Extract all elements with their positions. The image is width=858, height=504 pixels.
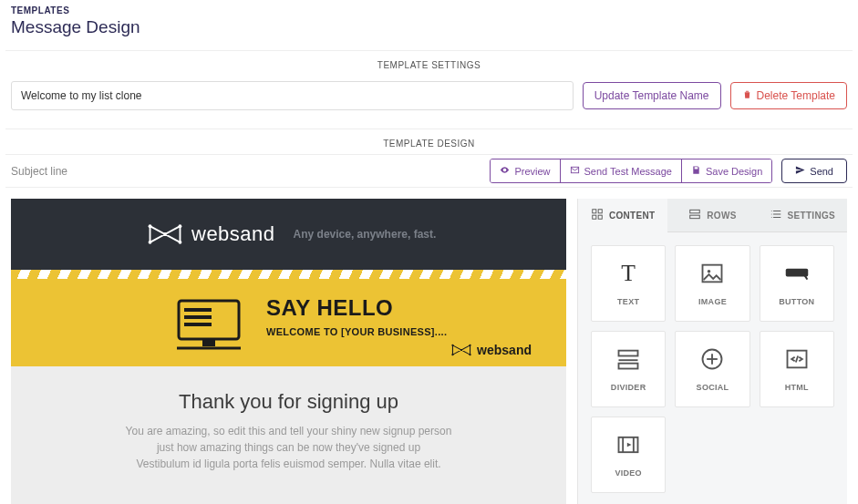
bowtie-icon [451, 344, 471, 356]
tab-rows-label: ROWS [707, 211, 736, 221]
divider-icon [615, 346, 641, 375]
brand-logo: websand [148, 222, 275, 246]
template-settings-row: Update Template Name Delete Template [5, 76, 853, 123]
tile-image-label: IMAGE [698, 297, 727, 306]
svg-point-14 [470, 345, 471, 346]
svg-rect-7 [184, 308, 212, 312]
update-template-name-button[interactable]: Update Template Name [583, 82, 721, 109]
tile-video[interactable]: VIDEO [591, 417, 666, 493]
email-hero: websand Any device, anywhere, fast. [11, 199, 566, 270]
image-icon [699, 261, 725, 290]
template-settings-label: TEMPLATE SETTINGS [5, 50, 853, 76]
tab-content[interactable]: CONTENT [578, 199, 667, 232]
tile-text-label: TEXT [617, 297, 639, 306]
svg-point-12 [451, 345, 453, 346]
svg-point-4 [179, 241, 182, 244]
svg-rect-6 [179, 301, 239, 339]
tile-html[interactable]: HTML [760, 331, 834, 407]
delete-template-button[interactable]: Delete Template [730, 82, 848, 109]
send-test-icon [570, 165, 580, 177]
send-label: Send [810, 166, 833, 177]
svg-point-3 [179, 224, 182, 228]
grid-icon [591, 208, 604, 222]
button-icon [784, 261, 810, 290]
svg-rect-9 [184, 323, 212, 326]
thanks-line-3: Vestibulum id ligula porta felis euismod… [66, 456, 512, 472]
save-icon [691, 165, 701, 177]
svg-rect-19 [593, 215, 596, 219]
hero-headline: SAY HELLO [266, 295, 539, 321]
sidepanel-tabs: CONTENT ROWS SETTINGS [578, 199, 847, 232]
svg-rect-33 [619, 351, 638, 356]
svg-point-28 [770, 217, 771, 218]
svg-rect-35 [619, 364, 638, 369]
template-name-input[interactable] [11, 81, 574, 110]
svg-rect-30 [703, 265, 722, 283]
preview-label: Preview [514, 166, 550, 177]
thanks-block: Thank you for signing up You are amazing… [11, 366, 566, 481]
svg-point-15 [470, 354, 471, 355]
save-design-label: Save Design [706, 166, 762, 177]
send-button[interactable]: Send [781, 159, 847, 183]
email-canvas[interactable]: websand Any device, anywhere, fast. SAY … [11, 199, 566, 504]
tab-settings[interactable]: SETTINGS [758, 199, 847, 232]
svg-point-1 [149, 224, 152, 228]
tile-button-label: BUTTON [779, 297, 814, 306]
trash-icon [742, 89, 752, 102]
thanks-line-2: just how amazing things can be now they'… [66, 439, 512, 456]
video-icon [615, 432, 641, 461]
design-workspace: websand Any device, anywhere, fast. SAY … [5, 188, 853, 504]
send-test-button[interactable]: Send Test Message [561, 159, 682, 182]
svg-rect-11 [202, 339, 215, 346]
html-icon [784, 346, 810, 375]
svg-point-16 [460, 349, 462, 351]
tab-rows[interactable]: ROWS [667, 199, 757, 232]
monitor-icon [175, 297, 243, 355]
svg-point-27 [770, 213, 771, 214]
editor-sidepanel: CONTENT ROWS SETTINGS T TEXT IM [577, 199, 847, 504]
brand-name: websand [191, 222, 275, 246]
tile-button[interactable]: BUTTON [760, 245, 834, 322]
tile-image[interactable]: IMAGE [675, 245, 749, 322]
thanks-line-1: You are amazing, so edit this and tell y… [66, 423, 512, 439]
tile-html-label: HTML [785, 383, 809, 392]
svg-point-13 [451, 354, 453, 355]
content-tiles: T TEXT IMAGE BUTTON DIVIDER SOCIAL [578, 232, 847, 504]
thanks-body: You are amazing, so edit this and tell y… [66, 423, 512, 472]
tab-content-label: CONTENT [609, 211, 655, 221]
tile-video-label: VIDEO [615, 468, 642, 478]
tab-settings-label: SETTINGS [788, 211, 835, 221]
svg-text:T: T [621, 261, 636, 286]
hero-tagline: Any device, anywhere, fast. [294, 228, 437, 241]
svg-point-2 [149, 241, 152, 244]
design-action-group: Preview Send Test Message Save Design [490, 159, 772, 183]
send-test-label: Send Test Message [584, 166, 672, 177]
tile-social-label: SOCIAL [697, 383, 729, 392]
save-design-button[interactable]: Save Design [682, 159, 771, 182]
template-design-label: TEMPLATE DESIGN [5, 129, 853, 154]
svg-point-5 [163, 232, 167, 236]
svg-point-26 [770, 211, 771, 211]
svg-rect-20 [598, 215, 602, 219]
svg-rect-17 [593, 210, 596, 213]
page-title: Message Design [11, 17, 847, 37]
svg-rect-18 [598, 210, 602, 213]
hero-yellow-block: SAY HELLO WELCOME TO [YOUR BUSINESS]....… [11, 279, 566, 366]
svg-rect-8 [184, 315, 212, 319]
tile-text[interactable]: T TEXT [591, 245, 666, 322]
bowtie-icon [148, 223, 182, 245]
svg-rect-22 [690, 215, 700, 219]
hero-subheadline: WELCOME TO [YOUR BUSINESS].... [266, 326, 539, 337]
subject-line-input[interactable] [5, 155, 484, 187]
delete-template-label: Delete Template [757, 89, 836, 102]
subject-row: Preview Send Test Message Save Design Se… [5, 154, 853, 188]
preview-button[interactable]: Preview [491, 159, 560, 182]
breadcrumb[interactable]: TEMPLATES [11, 5, 847, 15]
footer-brand-name: websand [477, 343, 532, 357]
svg-point-31 [708, 270, 711, 273]
thanks-title: Thank you for signing up [66, 390, 512, 414]
text-icon: T [615, 261, 641, 290]
list-icon [770, 208, 782, 222]
tile-social[interactable]: SOCIAL [675, 331, 749, 407]
tile-divider[interactable]: DIVIDER [591, 331, 666, 407]
